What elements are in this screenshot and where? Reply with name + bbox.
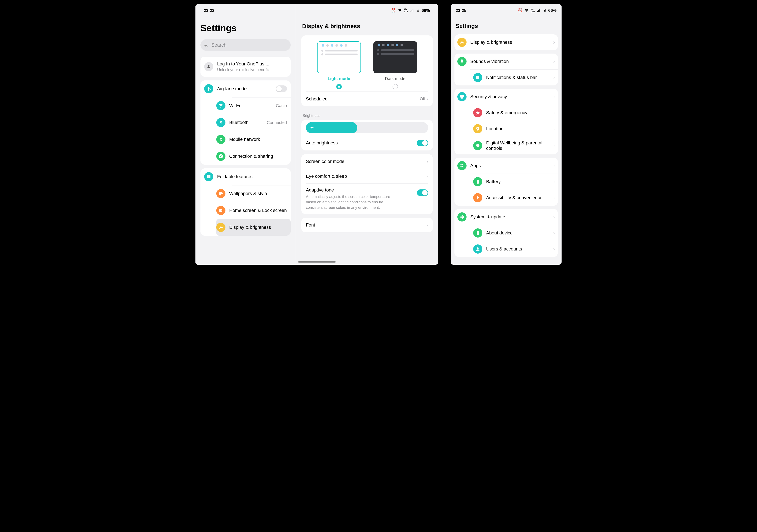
account-card: Log In to Your OnePlus ... Unlock your e…	[200, 57, 291, 77]
svg-rect-19	[477, 231, 479, 235]
account-row[interactable]: Log In to Your OnePlus ... Unlock your e…	[200, 57, 291, 77]
row-label: Battery	[486, 179, 550, 184]
phone-item-wellbeing[interactable]: Digital Wellbeing & parental controls ›	[470, 137, 558, 154]
eye-comfort-row[interactable]: Eye comfort & sleep ›	[306, 169, 428, 183]
phone-group-3: Security & privacy › Safety & emergency …	[454, 89, 558, 154]
brightness-icon	[216, 223, 226, 232]
phone-group-2: Sounds & vibration › Notifications & sta…	[454, 53, 558, 85]
svg-rect-2	[417, 9, 418, 9]
accessibility-icon	[473, 193, 482, 202]
sidebar-item-wifi[interactable]: Wi-Fi Ganio	[216, 97, 291, 114]
brightness-section-label: Brightness	[301, 110, 433, 120]
phone-item-battery[interactable]: Battery ›	[470, 173, 558, 190]
row-label: Safety & emergency	[486, 110, 550, 115]
phone-group-1: Display & brightness ›	[454, 34, 558, 50]
font-row[interactable]: Font ›	[306, 218, 428, 232]
phone-group-4: Apps › Battery › Accessibility & conveni…	[454, 158, 558, 206]
theme-light-option[interactable]: Light mode	[317, 41, 361, 89]
chevron-right-icon: ›	[553, 75, 555, 80]
home-indicator[interactable]	[298, 261, 336, 263]
network-card: Airplane mode Wi-Fi Ganio Bluetooth Conn…	[200, 80, 291, 165]
phone-item-sounds[interactable]: Sounds & vibration ›	[454, 53, 558, 69]
phone-item-accessibility[interactable]: Accessibility & convenience ›	[470, 190, 558, 206]
dark-preview	[374, 41, 417, 73]
row-value: Ganio	[276, 103, 287, 108]
page-title: Settings	[454, 23, 558, 29]
sound-icon	[457, 57, 467, 66]
chevron-right-icon: ›	[553, 143, 555, 148]
content-pane: Display & brightness Light mode	[296, 4, 438, 265]
adaptive-tone-row[interactable]: Adaptive tone Automatically adjusts the …	[306, 183, 428, 214]
sidebar-item-display-brightness[interactable]: Display & brightness	[216, 219, 291, 236]
adaptive-tone-toggle[interactable]	[417, 189, 428, 196]
account-subtitle: Unlock your exclusive benefits	[217, 68, 270, 72]
svg-rect-16	[462, 166, 464, 167]
sidebar-item-bluetooth[interactable]: Bluetooth Connected	[216, 114, 291, 131]
svg-point-7	[311, 127, 313, 128]
row-label: Notifications & status bar	[486, 75, 550, 80]
sidebar-item-mobile-network[interactable]: Mobile network	[216, 131, 291, 148]
search-input[interactable]: Search	[200, 39, 291, 51]
phone-item-safety[interactable]: Safety & emergency ›	[470, 105, 558, 121]
airplane-toggle[interactable]	[276, 85, 287, 92]
chevron-right-icon: ›	[553, 59, 555, 64]
theme-card: Light mode Dark mode Schedul	[301, 35, 433, 106]
theme-light-radio[interactable]	[336, 84, 342, 89]
phone-item-apps[interactable]: Apps ›	[454, 158, 558, 173]
scheduled-row[interactable]: Scheduled Off›	[306, 91, 428, 106]
brightness-slider[interactable]	[306, 122, 428, 133]
page-title: Settings	[200, 23, 291, 33]
alarm-icon: ⏰	[391, 8, 396, 13]
device-icon	[473, 228, 482, 237]
tablet-device: 23:22 ⏰ VoLTE 68% Settings Search	[196, 4, 438, 265]
sidebar-item-wallpapers[interactable]: Wallpapers & style	[216, 185, 291, 202]
phone-item-system[interactable]: System & update ›	[454, 209, 558, 225]
brightness-icon	[457, 38, 467, 47]
chevron-right-icon: ›	[553, 179, 555, 185]
chevron-right-icon: ›	[553, 39, 555, 45]
phone-item-display[interactable]: Display & brightness ›	[454, 34, 558, 50]
row-label: Bluetooth	[229, 120, 263, 125]
svg-rect-15	[461, 166, 462, 167]
search-icon	[204, 43, 209, 47]
theme-dark-option[interactable]: Dark mode	[374, 41, 417, 89]
color-card: Screen color mode › Eye comfort & sleep …	[301, 154, 433, 214]
status-bar: 23:25 ⏰ VoLTE 66%	[451, 4, 561, 17]
font-card: Font ›	[301, 218, 433, 232]
chevron-right-icon: ›	[427, 96, 428, 102]
row-label: Sounds & vibration	[470, 59, 550, 64]
screen-color-mode-row[interactable]: Screen color mode ›	[306, 154, 428, 169]
phone-item-notifications[interactable]: Notifications & status bar ›	[470, 69, 558, 85]
mobile-network-icon	[216, 135, 226, 144]
account-title: Log In to Your OnePlus ...	[217, 61, 270, 67]
volte-icon: VoLTE	[404, 8, 408, 13]
svg-rect-10	[544, 9, 545, 9]
sidebar-item-foldable[interactable]: Foldable features	[200, 168, 291, 185]
gear-icon	[457, 212, 467, 222]
auto-brightness-row[interactable]: Auto brightness	[306, 136, 428, 150]
sidebar-item-airplane[interactable]: Airplane mode	[200, 80, 291, 97]
theme-dark-radio[interactable]	[393, 84, 398, 89]
battery-icon	[543, 8, 546, 13]
row-label: Wallpapers & style	[229, 191, 287, 196]
battery-icon	[416, 8, 419, 13]
connection-sharing-icon	[216, 152, 226, 161]
svg-rect-13	[461, 164, 462, 165]
airplane-icon	[204, 84, 213, 93]
row-label: Auto brightness	[306, 140, 413, 146]
chevron-right-icon: ›	[553, 110, 555, 116]
phone-item-users[interactable]: Users & accounts ›	[470, 241, 558, 257]
auto-brightness-toggle[interactable]	[417, 140, 428, 146]
phone-item-security[interactable]: Security & privacy ›	[454, 89, 558, 105]
sidebar-item-home-lock[interactable]: Home screen & Lock screen	[216, 202, 291, 219]
sidebar-item-connection-sharing[interactable]: Connection & sharing	[216, 148, 291, 165]
status-right: ⏰ VoLTE 68%	[391, 8, 430, 13]
row-label: Display & brightness	[470, 40, 550, 45]
svg-rect-1	[417, 10, 419, 12]
location-icon	[473, 124, 482, 133]
bluetooth-icon	[216, 118, 226, 127]
row-label: Digital Wellbeing & parental controls	[486, 140, 550, 151]
phone-item-location[interactable]: Location ›	[470, 121, 558, 137]
phone-item-about[interactable]: About device ›	[470, 225, 558, 241]
adaptive-title: Adaptive tone	[306, 187, 413, 193]
